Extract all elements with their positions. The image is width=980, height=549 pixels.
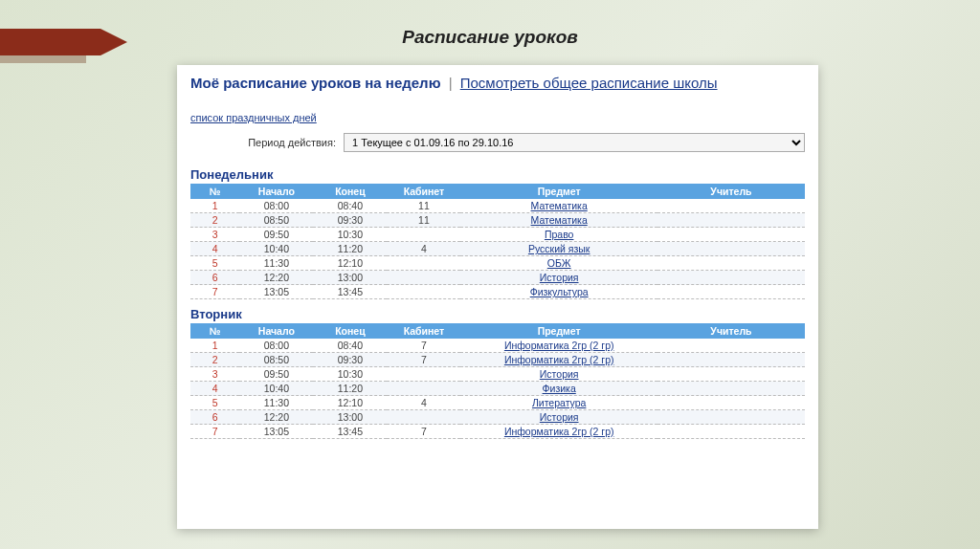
subject-link[interactable]: Литература <box>532 397 586 408</box>
subject-link[interactable]: Физика <box>543 383 576 394</box>
cell-start: 10:40 <box>239 382 313 396</box>
heading-main: Моё расписание уроков на неделю <box>190 75 440 91</box>
cell-room <box>387 228 460 242</box>
table-row: 713:0513:45Физкультура <box>190 285 805 299</box>
period-label: Период действия: <box>190 137 344 148</box>
cell-teacher <box>657 339 805 353</box>
cell-number: 2 <box>190 353 239 367</box>
cell-teacher <box>657 199 805 213</box>
cell-number: 1 <box>190 339 239 353</box>
column-header-room: Кабинет <box>387 323 460 339</box>
cell-start: 10:40 <box>239 242 313 256</box>
cell-start: 13:05 <box>239 285 313 299</box>
subject-link[interactable]: Математика <box>531 214 588 226</box>
column-header-end: Конец <box>313 184 387 199</box>
cell-room: 7 <box>387 353 460 367</box>
cell-subject: Информатика 2гр (2 гр) <box>460 353 657 367</box>
column-header-teacher: Учитель <box>657 184 805 199</box>
cell-teacher <box>657 382 805 396</box>
cell-end: 09:30 <box>313 213 387 228</box>
subject-link[interactable]: Математика <box>531 200 588 211</box>
cell-room: 7 <box>387 339 460 353</box>
cell-end: 12:10 <box>313 256 387 271</box>
cell-end: 10:30 <box>313 367 387 382</box>
cell-number: 1 <box>190 199 239 213</box>
table-row: 612:2013:00История <box>190 410 805 425</box>
cell-number: 2 <box>190 213 239 228</box>
cell-subject: История <box>460 367 657 382</box>
cell-number: 6 <box>190 410 239 425</box>
cell-number: 5 <box>190 396 239 410</box>
cell-end: 13:45 <box>313 285 387 299</box>
cell-room <box>387 410 460 425</box>
cell-room: 11 <box>387 213 460 228</box>
cell-teacher <box>657 410 805 425</box>
column-header-subject: Предмет <box>460 184 657 199</box>
cell-room: 7 <box>387 425 460 439</box>
schedule-table: №НачалоКонецКабинетПредметУчитель108:000… <box>190 184 805 299</box>
cell-number: 4 <box>190 242 239 256</box>
cell-subject: Русский язык <box>460 242 657 256</box>
cell-number: 5 <box>190 256 239 271</box>
table-row: 208:5009:307Информатика 2гр (2 гр) <box>190 353 805 367</box>
cell-teacher <box>657 271 805 285</box>
cell-start: 12:20 <box>239 271 313 285</box>
holiday-days-link[interactable]: список праздничных дней <box>190 112 317 123</box>
cell-start: 08:50 <box>239 213 313 228</box>
cell-room: 11 <box>387 199 460 213</box>
cell-teacher <box>657 353 805 367</box>
table-row: 511:3012:104Литература <box>190 396 805 410</box>
table-row: 309:5010:30История <box>190 367 805 382</box>
subject-link[interactable]: История <box>540 411 579 423</box>
subject-link[interactable]: Физкультура <box>530 286 589 297</box>
column-header-num: № <box>190 184 239 199</box>
table-row: 410:4011:20Физика <box>190 382 805 396</box>
period-row: Период действия: 1 Текущее с 01.09.16 по… <box>190 133 805 152</box>
schedule-table: №НачалоКонецКабинетПредметУчитель108:000… <box>190 323 805 439</box>
cell-subject: Математика <box>460 213 657 228</box>
cell-start: 11:30 <box>239 396 313 410</box>
cell-room: 4 <box>387 396 460 410</box>
cell-number: 3 <box>190 228 239 242</box>
subject-link[interactable]: Информатика 2гр (2 гр) <box>504 340 614 351</box>
table-row: 208:5009:3011Математика <box>190 213 805 228</box>
cell-room <box>387 271 460 285</box>
cell-start: 09:50 <box>239 367 313 382</box>
cell-end: 13:45 <box>313 425 387 439</box>
cell-teacher <box>657 242 805 256</box>
subject-link[interactable]: Информатика 2гр (2 гр) <box>504 354 614 365</box>
cell-number: 7 <box>190 285 239 299</box>
table-row: 410:4011:204Русский язык <box>190 242 805 256</box>
cell-start: 13:05 <box>239 425 313 439</box>
cell-subject: История <box>460 410 657 425</box>
column-header-end: Конец <box>313 323 387 339</box>
cell-room <box>387 256 460 271</box>
cell-end: 11:20 <box>313 242 387 256</box>
cell-subject: Информатика 2гр (2 гр) <box>460 339 657 353</box>
cell-number: 3 <box>190 367 239 382</box>
cell-start: 12:20 <box>239 410 313 425</box>
cell-subject: Литература <box>460 396 657 410</box>
column-header-start: Начало <box>239 323 313 339</box>
subject-link[interactable]: Право <box>545 229 574 240</box>
cell-end: 13:00 <box>313 271 387 285</box>
cell-teacher <box>657 425 805 439</box>
subject-link[interactable]: Информатика 2гр (2 гр) <box>504 426 614 437</box>
cell-start: 08:50 <box>239 353 313 367</box>
subject-link[interactable]: ОБЖ <box>547 257 571 269</box>
cell-subject: Информатика 2гр (2 гр) <box>460 425 657 439</box>
subject-link[interactable]: История <box>540 272 579 283</box>
cell-start: 08:00 <box>239 339 313 353</box>
cell-end: 08:40 <box>313 339 387 353</box>
period-select[interactable]: 1 Текущее с 01.09.16 по 29.10.16 <box>344 133 805 152</box>
cell-teacher <box>657 285 805 299</box>
schedule-card: Моё расписание уроков на неделю | Посмот… <box>177 65 818 529</box>
school-schedule-link[interactable]: Посмотреть общее расписание школы <box>460 75 718 91</box>
cell-room <box>387 367 460 382</box>
cell-teacher <box>657 367 805 382</box>
cell-number: 7 <box>190 425 239 439</box>
subject-link[interactable]: Русский язык <box>528 243 590 254</box>
subject-link[interactable]: История <box>540 368 579 380</box>
cell-end: 10:30 <box>313 228 387 242</box>
table-row: 108:0008:407Информатика 2гр (2 гр) <box>190 339 805 353</box>
